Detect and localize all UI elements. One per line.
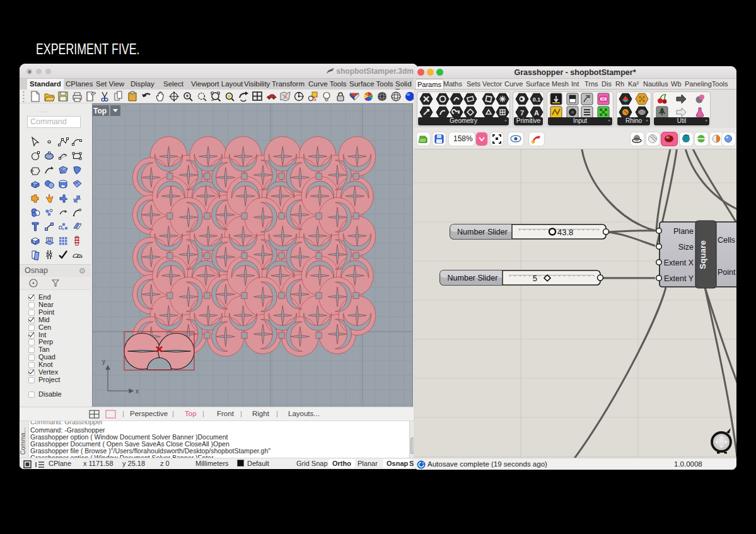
svg-text:Top: Top: [93, 107, 107, 115]
svg-text:y: y: [102, 358, 105, 365]
svg-text:5: 5: [533, 274, 537, 283]
svg-text:Point: Point: [718, 268, 736, 277]
svg-text:Extent X: Extent X: [664, 258, 694, 267]
svg-text:Number Slider: Number Slider: [448, 274, 498, 282]
svg-text:x: x: [136, 388, 139, 395]
svg-text:Cells: Cells: [718, 236, 735, 245]
svg-text:Square: Square: [698, 240, 707, 269]
svg-text:Extent Y: Extent Y: [664, 274, 694, 283]
svg-text:7: 7: [520, 109, 524, 117]
svg-text:A: A: [534, 109, 539, 117]
svg-text:Plane: Plane: [673, 227, 694, 236]
svg-text:Number Slider: Number Slider: [457, 228, 508, 236]
svg-text:Size: Size: [678, 243, 694, 252]
svg-text:0.1: 0.1: [533, 96, 541, 103]
svg-text:43.8: 43.8: [557, 228, 573, 237]
